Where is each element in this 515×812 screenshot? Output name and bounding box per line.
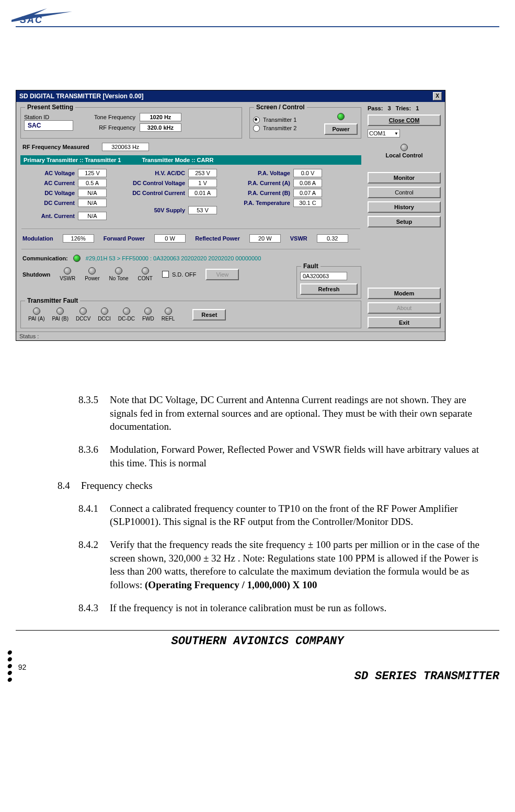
comm-label: Communication: (22, 255, 68, 261)
led-grey-icon (79, 307, 87, 315)
shutdown-vswr: VSWR (60, 267, 75, 281)
local-control-label: Local Control (386, 152, 423, 158)
station-id-label: Station ID (24, 114, 73, 120)
ant-current-value: N/A (78, 212, 107, 220)
tf-refl: REFL (162, 307, 175, 322)
rf-measured-label: RF Frequency Measured (22, 144, 89, 150)
tone-freq-label: Tone Frequency (94, 114, 135, 120)
para-843-num: 8.4.3 (78, 601, 110, 615)
dc-ctrl-volt-value: 1 V (188, 179, 217, 187)
rf-measured-value: 320063 Hz (102, 143, 149, 151)
shutdown-power: Power (85, 267, 99, 281)
page-number: 92 (18, 663, 27, 671)
radio-tx2[interactable]: Transmitter 2 (253, 125, 296, 132)
comm-led-icon (73, 255, 81, 262)
dc-voltage-value: N/A (78, 189, 107, 197)
para-84-num: 8.4 (58, 479, 81, 493)
reset-button[interactable]: Reset (192, 309, 226, 321)
shutdown-cont: CONT (138, 267, 153, 281)
dc-voltage-label: DC Voltage (22, 190, 75, 196)
ant-current-label: Ant. Current (22, 213, 75, 219)
com-select[interactable]: COM1 ▼ (368, 129, 400, 138)
pa-curr-a-value: 0.08 A (293, 179, 322, 187)
refresh-button[interactable]: Refresh (300, 283, 358, 295)
para-835-num: 8.3.5 (78, 393, 110, 433)
para-835-text: Note that DC Voltage, DC Current and Ant… (110, 393, 489, 433)
pass-tries-label: Pass: 3 Tries: 1 (368, 105, 441, 111)
exit-button[interactable]: Exit (368, 317, 441, 328)
ac-voltage-value: 125 V (78, 169, 107, 177)
primary-tx-label: Primary Transmitter :: Transmitter 1 (24, 157, 121, 163)
footer-rule (16, 630, 499, 631)
pa-curr-a-label: P.A. Current (A) (233, 180, 290, 186)
pa-temp-value: 30.1 C (293, 199, 322, 207)
led-grey-icon (101, 307, 108, 315)
para-836-text: Modulation, Forward Power, Reflected Pow… (110, 443, 489, 470)
dc-ctrl-volt-label: DC Control Voltage (122, 180, 185, 186)
pa-curr-b-label: P.A. Current (B) (233, 190, 290, 196)
led-grey-icon (88, 267, 96, 275)
tf-dcci: DCCI (98, 307, 110, 322)
pa-curr-b-value: 0.07 A (293, 189, 322, 197)
power-led-icon (337, 113, 345, 120)
sd-off-checkbox[interactable]: S.D. OFF (162, 271, 196, 278)
led-grey-icon (33, 307, 40, 315)
fault-value: 0A320063 (300, 272, 347, 280)
mode-band: Primary Transmitter :: Transmitter 1 Tra… (20, 155, 361, 165)
para-842-num: 8.4.2 (78, 538, 110, 592)
dc-current-value: N/A (78, 199, 107, 207)
monitor-button[interactable]: Monitor (368, 172, 441, 184)
para-841-num: 8.4.1 (78, 502, 110, 529)
vswr-label: VSWR (290, 235, 307, 242)
power-button[interactable]: Power (324, 123, 358, 135)
modulation-label: Modulation (22, 235, 53, 242)
close-icon[interactable]: X (433, 92, 442, 100)
tf-paib: PAI (B) (52, 307, 68, 322)
local-ctrl-led-icon (400, 144, 408, 151)
status-bar: Status : (16, 331, 445, 340)
modem-button[interactable]: Modem (368, 288, 441, 299)
led-grey-icon (64, 267, 71, 275)
dc-ctrl-curr-value: 0.01 A (188, 189, 217, 197)
tf-dcdc: DC-DC (118, 307, 135, 322)
tfault-legend: Transmitter Fault (25, 297, 80, 304)
window-title: SD DIGITAL TRANSMITTER [Version 0.00] (19, 93, 144, 100)
ac-current-value: 0.5 A (78, 179, 107, 187)
led-grey-icon (144, 307, 152, 315)
ref-power-value: 20 W (249, 234, 281, 243)
led-grey-icon (142, 267, 149, 275)
screen-control-legend: Screen / Control (254, 104, 307, 111)
view-button[interactable]: View (205, 269, 239, 280)
tf-paia: PAI (A) (28, 307, 44, 322)
titlebar: SD DIGITAL TRANSMITTER [Version 0.00] X (16, 90, 445, 102)
sac-logo: SAC (10, 5, 499, 24)
tf-fwd: FWD (142, 307, 154, 322)
pa-temp-label: P.A. Temperature (233, 200, 290, 206)
dc-current-label: DC Current (22, 200, 75, 206)
station-id-value: SAC (24, 120, 73, 131)
ref-power-label: Reflected Power (195, 235, 240, 242)
rf-freq-value: 320.0 kHz (140, 123, 181, 132)
fwd-power-label: Forward Power (104, 235, 145, 242)
ac-voltage-label: AC Voltage (22, 170, 75, 176)
footer-dots-icon: ••••• (5, 651, 14, 683)
close-com-button[interactable]: Close COM (368, 115, 441, 126)
shutdown-label: Shutdown (22, 271, 50, 278)
history-button[interactable]: History (368, 201, 441, 213)
pa-voltage-value: 0.0 V (293, 169, 322, 177)
app-window: SD DIGITAL TRANSMITTER [Version 0.00] X … (16, 90, 445, 341)
chevron-down-icon: ▼ (394, 131, 398, 136)
para-842-text: Verify that the frequency reads the site… (110, 538, 489, 592)
led-grey-icon (165, 307, 172, 315)
radio-tx1[interactable]: Transmitter 1 (253, 117, 296, 123)
svg-text:SAC: SAC (20, 15, 43, 24)
ac-current-label: AC Current (22, 180, 75, 186)
setup-button[interactable]: Setup (368, 216, 441, 227)
vswr-value: 0.32 (317, 234, 348, 243)
tone-freq-value: 1020 Hz (140, 113, 181, 121)
para-843-text: If the frequency is not in tolerance cal… (110, 601, 386, 615)
pa-voltage-label: P.A. Voltage (233, 170, 290, 176)
footer-product: SD SERIES TRANSMITTER (354, 670, 499, 683)
about-button[interactable]: About (368, 302, 441, 314)
control-button[interactable]: Control (368, 187, 441, 198)
